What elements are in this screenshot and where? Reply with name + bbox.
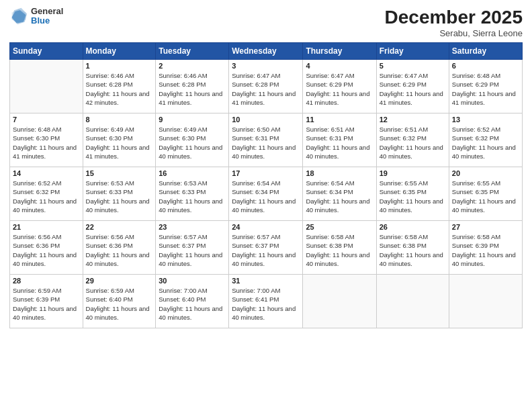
calendar-cell: 28Sunrise: 6:59 AMSunset: 6:39 PMDayligh… [10,275,83,328]
weekday-header-tuesday: Tuesday [156,43,229,60]
day-info: Sunrise: 6:58 AMSunset: 6:38 PMDaylight:… [306,232,373,268]
calendar-cell: 8Sunrise: 6:49 AMSunset: 6:30 PMDaylight… [83,113,156,167]
weekday-header-wednesday: Wednesday [229,43,303,60]
day-number: 8 [86,116,153,124]
day-info: Sunrise: 6:48 AMSunset: 6:30 PMDaylight:… [13,125,80,161]
weekday-header-row: SundayMondayTuesdayWednesdayThursdayFrid… [10,43,523,60]
day-number: 29 [86,277,153,285]
day-number: 23 [159,223,226,231]
day-info: Sunrise: 6:46 AMSunset: 6:28 PMDaylight:… [86,71,153,107]
day-info: Sunrise: 6:54 AMSunset: 6:34 PMDaylight:… [306,179,373,214]
day-number: 7 [13,116,80,124]
day-number: 30 [159,277,226,285]
calendar-cell [303,275,376,328]
page: General Blue December 2025 Serabu, Sierr… [0,0,532,411]
day-number: 3 [232,62,300,70]
calendar-cell: 27Sunrise: 6:58 AMSunset: 6:39 PMDayligh… [449,221,522,275]
day-info: Sunrise: 6:57 AMSunset: 6:37 PMDaylight:… [159,232,226,268]
calendar-week-4: 28Sunrise: 6:59 AMSunset: 6:39 PMDayligh… [10,275,523,328]
calendar-cell: 15Sunrise: 6:53 AMSunset: 6:33 PMDayligh… [83,167,156,221]
logo-general: General [31,7,63,16]
calendar-cell: 5Sunrise: 6:47 AMSunset: 6:29 PMDaylight… [376,60,449,113]
day-info: Sunrise: 6:46 AMSunset: 6:28 PMDaylight:… [159,71,226,107]
day-info: Sunrise: 7:00 AMSunset: 6:41 PMDaylight:… [232,286,300,322]
day-info: Sunrise: 6:49 AMSunset: 6:30 PMDaylight:… [86,125,153,161]
calendar-cell [10,60,83,113]
calendar-cell: 19Sunrise: 6:55 AMSunset: 6:35 PMDayligh… [376,167,449,221]
day-number: 24 [232,223,300,231]
calendar-cell: 16Sunrise: 6:53 AMSunset: 6:33 PMDayligh… [156,167,229,221]
calendar-week-0: 1Sunrise: 6:46 AMSunset: 6:28 PMDaylight… [10,60,523,113]
calendar-week-3: 21Sunrise: 6:56 AMSunset: 6:36 PMDayligh… [10,221,523,275]
day-info: Sunrise: 6:49 AMSunset: 6:30 PMDaylight:… [159,125,226,161]
calendar-cell: 30Sunrise: 7:00 AMSunset: 6:40 PMDayligh… [156,275,229,328]
calendar-cell: 6Sunrise: 6:48 AMSunset: 6:29 PMDaylight… [449,60,522,113]
day-number: 14 [13,169,80,177]
day-number: 9 [159,116,226,124]
calendar-cell: 9Sunrise: 6:49 AMSunset: 6:30 PMDaylight… [156,113,229,167]
day-number: 19 [380,169,446,177]
day-info: Sunrise: 6:53 AMSunset: 6:33 PMDaylight:… [86,179,153,214]
day-info: Sunrise: 6:51 AMSunset: 6:31 PMDaylight:… [306,125,373,161]
calendar-cell: 23Sunrise: 6:57 AMSunset: 6:37 PMDayligh… [156,221,229,275]
day-info: Sunrise: 6:59 AMSunset: 6:40 PMDaylight:… [86,286,153,322]
calendar-cell: 22Sunrise: 6:56 AMSunset: 6:36 PMDayligh… [83,221,156,275]
day-number: 15 [86,169,153,177]
day-number: 18 [306,169,373,177]
calendar-cell: 10Sunrise: 6:50 AMSunset: 6:31 PMDayligh… [229,113,303,167]
calendar-cell: 7Sunrise: 6:48 AMSunset: 6:30 PMDaylight… [10,113,83,167]
logo-blue: Blue [31,16,63,26]
calendar-cell: 24Sunrise: 6:57 AMSunset: 6:37 PMDayligh… [229,221,303,275]
calendar-cell: 13Sunrise: 6:52 AMSunset: 6:32 PMDayligh… [449,113,522,167]
month-title: December 2025 [385,7,523,28]
calendar: SundayMondayTuesdayWednesdayThursdayFrid… [9,42,523,328]
weekday-header-thursday: Thursday [303,43,376,60]
calendar-cell: 4Sunrise: 6:47 AMSunset: 6:29 PMDaylight… [303,60,376,113]
day-number: 22 [86,223,153,231]
day-number: 31 [232,277,300,285]
calendar-cell: 18Sunrise: 6:54 AMSunset: 6:34 PMDayligh… [303,167,376,221]
weekday-header-monday: Monday [83,43,156,60]
calendar-cell: 17Sunrise: 6:54 AMSunset: 6:34 PMDayligh… [229,167,303,221]
calendar-cell [449,275,522,328]
calendar-cell: 1Sunrise: 6:46 AMSunset: 6:28 PMDaylight… [83,60,156,113]
location: Serabu, Sierra Leone [385,28,523,38]
logo: General Blue [9,7,63,26]
calendar-cell: 31Sunrise: 7:00 AMSunset: 6:41 PMDayligh… [229,275,303,328]
day-info: Sunrise: 6:57 AMSunset: 6:37 PMDaylight:… [232,232,300,268]
calendar-week-2: 14Sunrise: 6:52 AMSunset: 6:32 PMDayligh… [10,167,523,221]
day-number: 28 [13,277,80,285]
day-number: 5 [380,62,446,70]
calendar-cell: 20Sunrise: 6:55 AMSunset: 6:35 PMDayligh… [449,167,522,221]
day-number: 25 [306,223,373,231]
day-number: 12 [380,116,446,124]
day-number: 26 [380,223,446,231]
day-number: 27 [452,223,519,231]
day-info: Sunrise: 6:55 AMSunset: 6:35 PMDaylight:… [452,179,519,214]
day-info: Sunrise: 7:00 AMSunset: 6:40 PMDaylight:… [159,286,226,322]
weekday-header-friday: Friday [376,43,449,60]
day-number: 1 [86,62,153,70]
day-info: Sunrise: 6:51 AMSunset: 6:32 PMDaylight:… [380,125,446,161]
day-number: 11 [306,116,373,124]
day-number: 13 [452,116,519,124]
calendar-week-1: 7Sunrise: 6:48 AMSunset: 6:30 PMDaylight… [10,113,523,167]
day-info: Sunrise: 6:54 AMSunset: 6:34 PMDaylight:… [232,179,300,214]
day-info: Sunrise: 6:58 AMSunset: 6:38 PMDaylight:… [380,232,446,268]
day-number: 17 [232,169,300,177]
day-info: Sunrise: 6:53 AMSunset: 6:33 PMDaylight:… [159,179,226,214]
calendar-cell: 29Sunrise: 6:59 AMSunset: 6:40 PMDayligh… [83,275,156,328]
calendar-cell: 21Sunrise: 6:56 AMSunset: 6:36 PMDayligh… [10,221,83,275]
day-info: Sunrise: 6:48 AMSunset: 6:29 PMDaylight:… [452,71,519,107]
calendar-cell: 11Sunrise: 6:51 AMSunset: 6:31 PMDayligh… [303,113,376,167]
day-info: Sunrise: 6:47 AMSunset: 6:29 PMDaylight:… [380,71,446,107]
day-info: Sunrise: 6:58 AMSunset: 6:39 PMDaylight:… [452,232,519,268]
logo-icon [9,7,28,26]
day-info: Sunrise: 6:56 AMSunset: 6:36 PMDaylight:… [86,232,153,268]
weekday-header-saturday: Saturday [449,43,522,60]
calendar-cell: 3Sunrise: 6:47 AMSunset: 6:28 PMDaylight… [229,60,303,113]
day-number: 16 [159,169,226,177]
day-number: 10 [232,116,300,124]
day-number: 21 [13,223,80,231]
day-number: 4 [306,62,373,70]
